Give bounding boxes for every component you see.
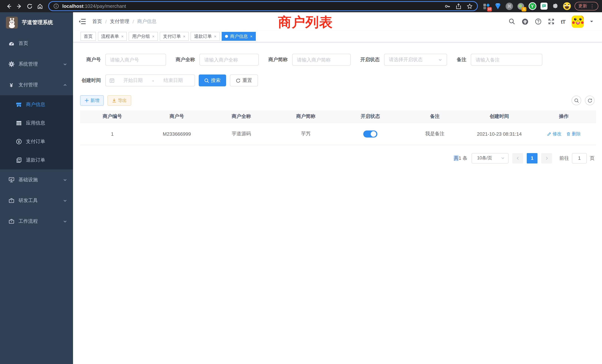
sidebar-item-label: 支付订单: [26, 138, 45, 145]
table-row: 1 M233666999 芋道源码 芋艿 我是备注 2021-10-23 08:…: [80, 123, 596, 145]
search-icon[interactable]: [509, 18, 515, 25]
back-icon[interactable]: [4, 1, 14, 11]
merchant-no-label: 商户号: [80, 56, 101, 63]
tab-bar: 首页 流程表单× 用户分组× 支付订单× 退款订单× 商户信息×: [73, 31, 602, 42]
avatar-caret-icon[interactable]: [590, 21, 593, 23]
remark-input[interactable]: [471, 54, 542, 66]
edit-link[interactable]: 修改: [547, 131, 561, 137]
sidebar-collapse-icon[interactable]: [79, 18, 86, 25]
chevron-down-icon: [63, 62, 67, 66]
app-logo: 芋道管理系统: [0, 12, 73, 33]
sidebar-item-infra[interactable]: 基础设施: [0, 169, 73, 190]
url-bar[interactable]: localhost:1024/pay/merchant: [48, 1, 478, 11]
app-title: 芋道管理系统: [22, 19, 53, 26]
export-button[interactable]: 导出: [108, 95, 131, 106]
help-icon[interactable]: [535, 18, 542, 25]
tab-user-group[interactable]: 用户分组×: [129, 32, 158, 41]
search-button[interactable]: 搜索: [199, 75, 226, 86]
yen-icon: ¥: [8, 82, 14, 88]
refresh-icon: [236, 78, 241, 83]
dashboard-icon: [8, 40, 14, 46]
recorder-extension-icon[interactable]: 1: [517, 2, 525, 10]
delete-link[interactable]: 删除: [566, 131, 581, 137]
close-icon[interactable]: ×: [152, 34, 155, 39]
tab-pay-order[interactable]: 支付订单×: [160, 32, 189, 41]
sidebar: 芋道管理系统 首页 系统管理 ¥: [0, 12, 73, 364]
page-size-select[interactable]: 10条/页: [472, 153, 509, 163]
font-size-icon[interactable]: tT: [561, 18, 565, 25]
yen-circle-icon: [16, 139, 22, 145]
status-toggle[interactable]: [363, 130, 377, 137]
page-content: 商户号 商户全称 商户简称 开启状态 请选择开启状态: [73, 42, 602, 364]
next-page-button[interactable]: [541, 153, 552, 163]
chat-extension-icon[interactable]: [540, 2, 548, 10]
close-icon[interactable]: ×: [183, 34, 185, 39]
tab-refund-order[interactable]: 退款订单×: [191, 32, 220, 41]
goto-page-input[interactable]: [572, 153, 587, 163]
share-icon[interactable]: [456, 3, 462, 9]
add-button[interactable]: 新增: [80, 95, 104, 106]
gem-extension-icon[interactable]: [494, 2, 502, 10]
toggle-search-button[interactable]: [572, 96, 581, 105]
fullscreen-icon[interactable]: [548, 18, 555, 25]
status-placeholder: 请选择开启状态: [389, 56, 423, 63]
status-select[interactable]: 请选择开启状态: [384, 54, 447, 66]
extensions-puzzle-icon[interactable]: [551, 2, 559, 10]
search-button-label: 搜索: [211, 77, 221, 84]
tab-process-form[interactable]: 流程表单×: [98, 32, 127, 41]
tab-home[interactable]: 首页: [80, 32, 96, 41]
prev-page-button[interactable]: [512, 153, 523, 163]
sidebar-item-pay-order[interactable]: 支付订单: [0, 132, 73, 151]
close-icon[interactable]: ×: [214, 34, 216, 39]
sidebar-item-workflow[interactable]: 工作流程: [0, 211, 73, 232]
extension-badge: 10: [487, 7, 492, 11]
breadcrumb-separator: /: [132, 19, 134, 24]
bookmark-star-icon[interactable]: [467, 3, 473, 9]
chevron-down-icon: [63, 178, 67, 182]
merchant-no-input[interactable]: [105, 54, 166, 66]
user-avatar[interactable]: [572, 15, 584, 28]
profile-emoji-icon[interactable]: [563, 2, 571, 10]
reset-button-label: 重置: [242, 77, 252, 84]
sidebar-item-label: 支付管理: [19, 82, 38, 88]
page-number-1[interactable]: 1: [527, 153, 538, 163]
site-info-icon[interactable]: [53, 3, 59, 9]
cell-merchant-id: 1: [80, 123, 145, 145]
reset-button[interactable]: 重置: [230, 75, 258, 86]
start-date-field[interactable]: 开始日期: [115, 77, 151, 84]
home-icon[interactable]: [35, 1, 45, 11]
total-rest: 1 条: [459, 155, 467, 161]
vue-devtools-icon[interactable]: Y: [528, 2, 536, 10]
command-extension-icon[interactable]: ⌘: [505, 2, 513, 10]
browser-menu-icon[interactable]: ⋮: [590, 3, 595, 9]
close-icon[interactable]: ×: [121, 34, 124, 39]
close-icon[interactable]: ×: [250, 34, 253, 39]
remark-label: 备注: [457, 56, 466, 63]
apps-extension-icon[interactable]: 10: [482, 2, 490, 10]
breadcrumb-section[interactable]: 支付管理: [110, 18, 129, 25]
tab-label: 支付订单: [163, 33, 181, 40]
full-name-input[interactable]: [199, 54, 259, 66]
chevron-up-icon: [63, 83, 67, 87]
browser-update-button[interactable]: 更新 ⋮: [575, 2, 598, 10]
refresh-table-button[interactable]: [585, 96, 595, 105]
sidebar-item-app-info[interactable]: 应用信息: [0, 114, 73, 132]
reload-icon[interactable]: [24, 1, 35, 11]
sidebar-item-refund-order[interactable]: 退款订单: [0, 151, 73, 169]
cell-create-time: 2021-10-23 08:31:14: [467, 123, 532, 145]
sidebar-item-devtools[interactable]: 研发工具: [0, 190, 73, 211]
short-name-input[interactable]: [292, 54, 351, 66]
date-range-picker[interactable]: 开始日期 - 结束日期: [105, 75, 195, 86]
sidebar-item-system[interactable]: 系统管理: [0, 54, 73, 75]
forward-icon[interactable]: [14, 1, 24, 11]
sidebar-item-home[interactable]: 首页: [0, 33, 73, 54]
end-date-field[interactable]: 结束日期: [155, 77, 191, 84]
url-text: localhost:1024/pay/merchant: [62, 3, 126, 9]
tab-merchant-info[interactable]: 商户信息×: [222, 32, 256, 41]
toolbox-icon: [8, 198, 14, 203]
github-icon[interactable]: [522, 18, 529, 25]
sidebar-item-pay[interactable]: ¥ 支付管理: [0, 75, 73, 95]
password-key-icon[interactable]: [444, 3, 450, 9]
sidebar-item-merchant-info[interactable]: 商户信息: [0, 95, 73, 114]
breadcrumb-home[interactable]: 首页: [92, 18, 102, 25]
